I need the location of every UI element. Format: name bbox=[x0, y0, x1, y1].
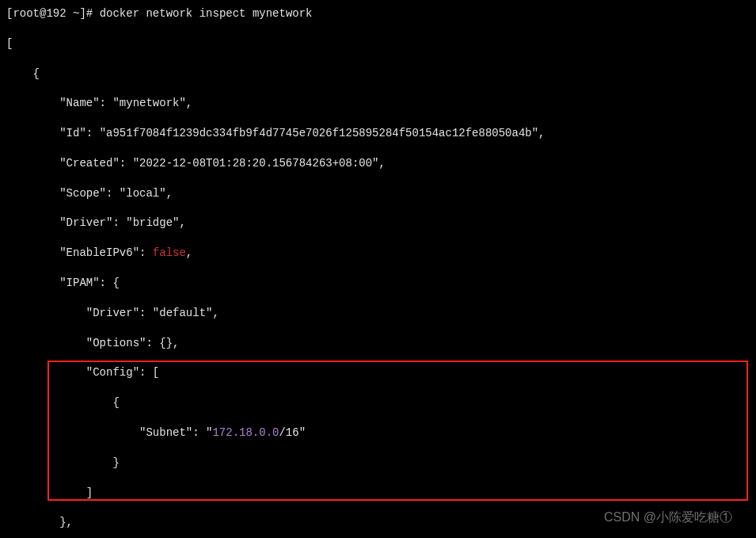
json-line: } bbox=[6, 456, 750, 471]
json-line: ] bbox=[6, 486, 750, 501]
terminal-output: [root@192 ~]# docker network inspect myn… bbox=[6, 6, 750, 538]
json-value: "default", bbox=[153, 307, 219, 319]
watermark: CSDN @小陈爱吃糖① bbox=[604, 509, 732, 526]
command-text: docker network inspect mynetwork bbox=[100, 7, 313, 20]
json-line: { bbox=[6, 67, 750, 82]
json-line: "Name": "mynetwork", bbox=[6, 96, 750, 111]
json-line: "Id": "a951f7084f1239dc334fb9f4d7745e702… bbox=[6, 126, 750, 141]
json-key: "Driver": bbox=[6, 216, 126, 229]
json-key: "Scope": bbox=[6, 187, 120, 200]
json-key: "Created": bbox=[6, 157, 133, 170]
user-host: root@192 bbox=[13, 7, 66, 20]
json-value: "mynetwork", bbox=[112, 97, 192, 109]
json-key: "Subnet": " bbox=[6, 426, 212, 439]
json-value: "local", bbox=[120, 187, 173, 200]
json-line: "Subnet": "172.18.0.0/16" bbox=[6, 425, 750, 441]
command-prompt: [root@192 ~]# docker network inspect myn… bbox=[6, 6, 750, 21]
json-key: "Name": bbox=[6, 97, 112, 109]
json-line: "Config": [ bbox=[6, 365, 750, 380]
json-key: "Driver": bbox=[6, 307, 153, 319]
ip-value: 172.18.0.0 bbox=[212, 426, 279, 439]
json-value: /16" bbox=[279, 426, 306, 439]
json-key: "EnableIPv6": bbox=[6, 246, 153, 259]
json-value: "2022-12-08T01:28:20.156784263+08:00", bbox=[133, 157, 386, 170]
json-line: "Options": {}, bbox=[6, 336, 750, 351]
json-line: [ bbox=[6, 36, 750, 52]
json-line: "IPAM": { bbox=[6, 276, 750, 291]
json-line: "EnableIPv6": false, bbox=[6, 246, 750, 261]
false-value: false bbox=[153, 246, 186, 259]
prompt-symbol: ]# bbox=[79, 7, 93, 20]
json-line: "Created": "2022-12-08T01:28:20.15678426… bbox=[6, 156, 750, 171]
json-line: { bbox=[6, 395, 750, 410]
json-line: "Driver": "bridge", bbox=[6, 216, 750, 231]
json-line: "Driver": "default", bbox=[6, 306, 750, 321]
json-value: "a951f7084f1239dc334fb9f4d7745e7026f1258… bbox=[100, 127, 545, 139]
json-output: [ { "Name": "mynetwork", "Id": "a951f708… bbox=[6, 21, 750, 538]
json-value: "bridge", bbox=[126, 216, 186, 229]
json-line: "Scope": "local", bbox=[6, 186, 750, 201]
json-key: "Id": bbox=[6, 127, 100, 139]
